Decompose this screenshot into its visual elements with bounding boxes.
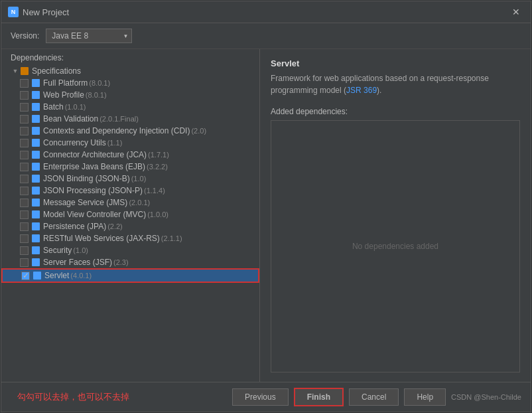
module-icon — [31, 162, 40, 171]
added-box: No dependencies added — [271, 120, 520, 372]
no-dep-text: No dependencies added — [352, 242, 438, 251]
item-version-servlet: (4.0.1) — [70, 272, 92, 280]
list-item[interactable]: RESTful Web Services (JAX-RS) (2.1.1) — [1, 232, 259, 244]
new-project-dialog: N New Project ✕ Version: Java EE 8Java E… — [1, 1, 531, 412]
right-panel: Servlet Framework for web applications b… — [260, 49, 531, 382]
module-icon — [31, 90, 40, 100]
dep-description: Framework for web applications based on … — [271, 72, 520, 96]
list-item[interactable]: JSON Binding (JSON-B) (1.0) — [1, 173, 259, 185]
left-panel: Dependencies: ▼ Specifications — [1, 49, 260, 382]
checkbox-jsonb[interactable] — [20, 175, 29, 183]
checkbox-jsf[interactable] — [20, 258, 29, 267]
checkbox-connector[interactable] — [20, 151, 29, 159]
module-icon — [31, 246, 40, 255]
module-icon — [31, 234, 40, 243]
item-version: (2.3) — [113, 258, 129, 266]
item-label: Security — [43, 246, 72, 255]
tree-wrapper: ▼ Specifications Full Platform (8.0.1) — [1, 65, 259, 382]
item-version: (2.0.1.Final) — [100, 115, 139, 123]
item-label: Bean Validation — [43, 114, 98, 124]
checkbox-mvc[interactable] — [20, 210, 29, 219]
item-version: (1.1.4) — [144, 187, 165, 195]
added-label: Added dependencies: — [271, 107, 520, 116]
item-version: (2.2) — [107, 222, 123, 230]
list-item[interactable]: Concurrency Utils (1.1) — [1, 137, 259, 149]
item-label: Full Platform — [43, 78, 88, 88]
item-version: (8.0.1) — [89, 79, 110, 87]
checkbox-bean-validation[interactable] — [20, 115, 29, 124]
collapse-arrow: ▼ — [11, 68, 20, 74]
dep-link[interactable]: JSR 369 — [346, 86, 377, 95]
module-icon — [31, 174, 40, 183]
module-icon — [31, 186, 40, 195]
item-label: Contexts and Dependency Injection (CDI) — [43, 126, 190, 135]
checkbox-ejb[interactable] — [20, 163, 29, 171]
title-bar: N New Project ✕ — [1, 1, 531, 23]
checkbox-web-profile[interactable] — [20, 91, 29, 100]
module-icon — [31, 78, 40, 88]
list-item[interactable]: Message Service (JMS) (2.0.1) — [1, 197, 259, 208]
annotation-text: 勾勾可以去掉，也可以不去掉 — [17, 391, 129, 403]
cancel-button[interactable]: Cancel — [349, 388, 399, 406]
item-label: Web Profile — [43, 90, 84, 100]
tree-root-specifications[interactable]: ▼ Specifications — [1, 65, 259, 77]
title-bar-left: N New Project — [8, 7, 69, 17]
list-item[interactable]: Security (1.0) — [1, 244, 259, 256]
list-item[interactable]: Bean Validation (2.0.1.Final) — [1, 113, 259, 125]
module-icon — [31, 210, 40, 219]
version-select[interactable]: Java EE 8Java EE 7Jakarta EE 8 — [46, 29, 132, 43]
list-item[interactable]: Enterprise Java Beans (EJB) (3.2.2) — [1, 161, 259, 173]
module-icon — [31, 222, 40, 231]
list-item[interactable]: Full Platform (8.0.1) — [1, 77, 259, 89]
app-icon: N — [8, 7, 19, 17]
module-icon — [31, 126, 40, 135]
checkbox-servlet[interactable]: ✓ — [21, 272, 30, 280]
checkbox-concurrency[interactable] — [20, 139, 29, 147]
item-label: Message Service (JMS) — [43, 198, 127, 207]
list-item[interactable]: Contexts and Dependency Injection (CDI) … — [1, 125, 259, 137]
item-version: (2.1.1) — [161, 234, 182, 242]
checkbox-jaxrs[interactable] — [20, 234, 29, 243]
checkbox-batch[interactable] — [20, 103, 29, 112]
item-version: (1.0.1) — [65, 103, 86, 111]
spec-icon — [20, 66, 29, 76]
list-item[interactable]: Model View Controller (MVC) (1.0.0) — [1, 208, 259, 220]
item-version: (2.0.1) — [129, 199, 150, 206]
module-icon — [31, 114, 40, 124]
checkbox-jpa[interactable] — [20, 222, 29, 231]
list-item[interactable]: Server Faces (JSF) (2.3) — [1, 256, 259, 268]
list-item[interactable]: JSON Processing (JSON-P) (1.1.4) — [1, 185, 259, 197]
finish-button[interactable]: Finish — [294, 388, 344, 406]
item-version: (3.2.2) — [147, 163, 168, 171]
checkbox-jms[interactable] — [20, 199, 29, 207]
item-version: (1.0.0) — [147, 210, 168, 218]
toolbar: Version: Java EE 8Java EE 7Jakarta EE 8 — [1, 23, 531, 49]
checkbox-cdi[interactable] — [20, 127, 29, 135]
module-icon — [31, 102, 40, 112]
item-label: Batch — [43, 102, 64, 112]
module-icon — [31, 198, 40, 207]
list-item-servlet[interactable]: ✓ Servlet (4.0.1) — [1, 268, 259, 283]
list-item[interactable]: Persistence (JPA) (2.2) — [1, 220, 259, 232]
version-select-wrapper[interactable]: Java EE 8Java EE 7Jakarta EE 8 — [46, 29, 132, 43]
spec-label: Specifications — [32, 66, 81, 76]
dependencies-label: Dependencies: — [1, 49, 259, 65]
item-label-servlet: Servlet — [44, 271, 69, 280]
footer: 勾勾可以去掉，也可以不去掉 Previous Finish Cancel Hel… — [1, 382, 531, 412]
list-item[interactable]: Web Profile (8.0.1) — [1, 89, 259, 101]
item-version: (1.0) — [131, 175, 147, 183]
checkbox-full-platform[interactable] — [20, 79, 29, 88]
list-item[interactable]: Batch (1.0.1) — [1, 101, 259, 113]
watermark-text: CSDN @Shen-Childe — [451, 393, 521, 401]
checkbox-jsonp[interactable] — [20, 187, 29, 195]
module-icon — [31, 258, 40, 267]
dep-title: Servlet — [271, 58, 520, 68]
checkbox-security[interactable] — [20, 246, 29, 255]
list-item[interactable]: Connector Architecture (JCA) (1.7.1) — [1, 149, 259, 161]
close-button[interactable]: ✕ — [508, 5, 524, 19]
help-button[interactable]: Help — [404, 388, 446, 406]
previous-button[interactable]: Previous — [232, 388, 289, 406]
item-label: RESTful Web Services (JAX-RS) — [43, 234, 160, 243]
item-version: (2.0) — [191, 127, 206, 135]
item-label: JSON Processing (JSON-P) — [43, 186, 143, 195]
